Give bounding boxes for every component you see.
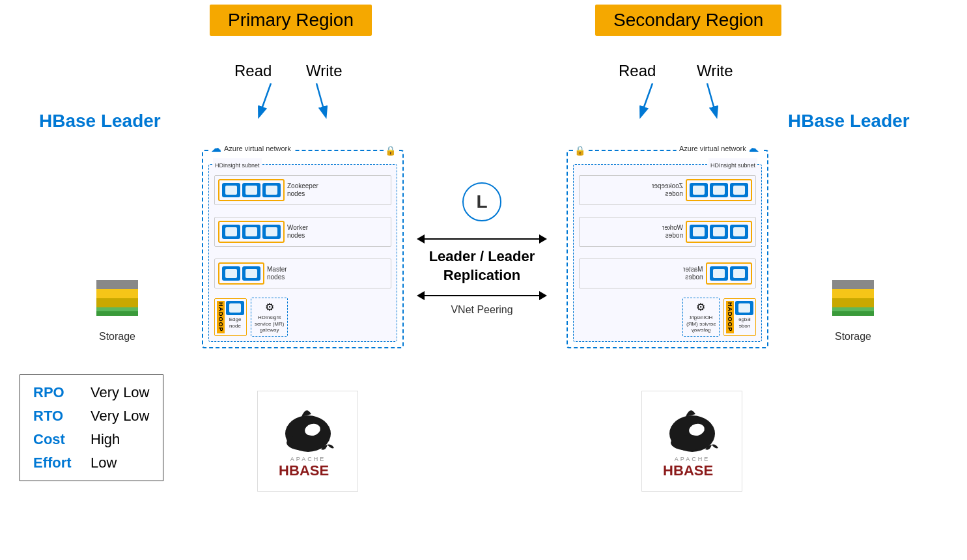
secondary-zookeeper-nodes xyxy=(686,179,752,201)
wk-node-1 xyxy=(222,225,240,239)
hbase-svg-right: APACHE H BASE xyxy=(650,402,735,481)
s-master-label: Master nodes xyxy=(683,266,703,281)
primary-write-arrow xyxy=(311,83,337,122)
cost-row: Cost High xyxy=(33,431,150,448)
effort-row: Effort Low xyxy=(33,455,150,471)
vnet-arrow xyxy=(417,291,547,300)
metrics-box: RPO Very Low RTO Very Low Cost High Effo… xyxy=(20,374,163,481)
secondary-zookeeper-row: Zookeeper nodes xyxy=(579,175,756,205)
ms-node-2 xyxy=(242,266,260,281)
svg-line-1 xyxy=(316,83,326,116)
primary-gateway-box: ⚙ HDInsight service (MR) gateway xyxy=(251,298,288,337)
primary-zookeeper-row: Zookeeper nodes xyxy=(214,175,391,205)
storage-left-icon xyxy=(91,273,143,326)
vnet-label: VNet Peering xyxy=(417,304,547,316)
master-label: Master nodes xyxy=(267,266,287,281)
s-gateway-label: HDInsight service (MR) gateway xyxy=(686,315,716,333)
replication-arrow-top xyxy=(417,234,547,244)
storage-right: Storage xyxy=(827,273,879,343)
s-wk-node-1 xyxy=(730,225,748,239)
primary-cloud-icon: ☁ xyxy=(211,142,221,154)
s-edge-node xyxy=(735,301,753,315)
secondary-master-row: Master nodes xyxy=(579,259,756,288)
wk-node-2 xyxy=(242,225,260,239)
secondary-azure-label: Azure virtual network xyxy=(679,145,746,152)
s-wk-node-2 xyxy=(710,225,728,239)
secondary-write-arrow xyxy=(702,83,728,122)
secondary-azure-box: ☁ Azure virtual network 🔒 HDInsight subn… xyxy=(567,150,768,348)
svg-text:BASE: BASE xyxy=(289,462,329,479)
rto-row: RTO Very Low xyxy=(33,408,150,425)
s-worker-label: Worker nodes xyxy=(662,224,683,240)
svg-rect-6 xyxy=(96,289,138,298)
hbase-logo-right: APACHE H BASE xyxy=(641,391,742,492)
primary-write-label: Write xyxy=(306,62,343,80)
svg-text:H: H xyxy=(663,462,674,479)
secondary-region-label: Secondary Region xyxy=(595,5,781,36)
storage-left: Storage xyxy=(91,273,143,343)
edge-node-container: Edge node xyxy=(226,301,244,333)
primary-master-row: Master nodes xyxy=(214,259,391,288)
edge-label: Edge node xyxy=(229,316,242,329)
zk-node-3 xyxy=(262,183,281,197)
primary-lock-icon: 🔒 xyxy=(385,145,396,156)
primary-edge-section: HADOOP Edge node xyxy=(214,298,247,336)
svg-rect-11 xyxy=(832,280,874,289)
primary-read-arrow xyxy=(253,83,279,122)
storage-right-icon xyxy=(827,273,879,326)
primary-azure-label: Azure virtual network xyxy=(224,145,291,152)
svg-rect-15 xyxy=(832,311,874,316)
rpo-row: RPO Very Low xyxy=(33,384,150,401)
primary-azure-box: ☁ Azure virtual network 🔒 HDinsight subn… xyxy=(202,150,404,348)
svg-point-24 xyxy=(671,435,707,451)
svg-line-3 xyxy=(707,83,716,116)
s-zk-node-3 xyxy=(690,183,708,197)
svg-line-2 xyxy=(641,83,652,116)
primary-hdinsight-label: HDinsight subnet xyxy=(215,162,260,169)
s-zk-node-2 xyxy=(710,183,728,197)
svg-text:APACHE: APACHE xyxy=(290,456,325,462)
secondary-hdinsight-label: HDInsight subnet xyxy=(710,162,755,169)
primary-master-nodes xyxy=(218,262,264,285)
s-ms-node-1 xyxy=(730,266,748,281)
svg-text:BASE: BASE xyxy=(673,462,713,479)
worker-label: Worker nodes xyxy=(287,224,308,240)
svg-rect-12 xyxy=(832,289,874,298)
circle-l: L xyxy=(462,182,501,221)
zookeeper-label: Zookeeper nodes xyxy=(287,182,318,198)
secondary-write-label: Write xyxy=(697,62,733,80)
secondary-worker-row: Worker nodes xyxy=(579,217,756,247)
primary-bottom-row: HADOOP Edge node ⚙ HDInsight service (MR… xyxy=(214,298,391,336)
secondary-hbase-leader: HBase Leader xyxy=(788,111,910,132)
secondary-read-arrow xyxy=(634,83,660,122)
secondary-hdinsight-box: HDInsight subnet Zookeeper nodes Worke xyxy=(573,164,762,342)
circle-l-container: L xyxy=(417,182,547,221)
secondary-gateway-box: ⚙ HDInsight service (MR) gateway xyxy=(682,298,720,337)
secondary-read-label: Read xyxy=(619,62,656,80)
s-zk-node-1 xyxy=(730,183,748,197)
hbase-logo-left: APACHE H BASE xyxy=(257,391,358,492)
gear-icon: ⚙ xyxy=(265,301,274,313)
primary-hbase-leader: HBase Leader xyxy=(39,111,161,132)
svg-point-18 xyxy=(287,435,323,451)
secondary-worker-nodes xyxy=(686,221,752,243)
svg-rect-5 xyxy=(96,280,138,289)
primary-read-label: Read xyxy=(234,62,272,80)
s-hadoop-tag: HADOOP xyxy=(726,301,734,333)
svg-line-0 xyxy=(259,83,271,116)
svg-text:H: H xyxy=(279,462,290,479)
hadoop-tag: HADOOP xyxy=(217,301,225,333)
s-zookeeper-label: Zookeeper nodes xyxy=(652,182,683,198)
s-edge-node-container: Edge node xyxy=(735,301,753,333)
secondary-master-nodes xyxy=(706,262,752,285)
svg-text:APACHE: APACHE xyxy=(674,456,709,462)
primary-region-label: Primary Region xyxy=(210,5,372,36)
s-ms-node-2 xyxy=(710,266,728,281)
svg-rect-7 xyxy=(96,298,138,307)
svg-rect-13 xyxy=(832,298,874,307)
primary-worker-row: Worker nodes xyxy=(214,217,391,247)
secondary-cloud-icon: ☁ xyxy=(749,142,759,154)
replication-label: Leader / Leader Replication xyxy=(417,247,547,285)
hbase-svg-left: APACHE H BASE xyxy=(266,402,350,481)
storage-left-label: Storage xyxy=(99,331,135,343)
